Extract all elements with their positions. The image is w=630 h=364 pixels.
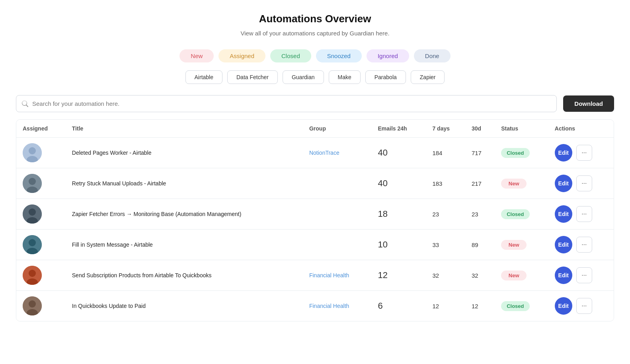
actions-cell: Edit ···: [548, 260, 614, 291]
table-row: Send Subscription Products from Airtable…: [16, 260, 614, 291]
group-link[interactable]: NotionTrace: [309, 150, 339, 156]
filter-snoozed[interactable]: Snoozed: [316, 49, 362, 62]
col-group: Group: [303, 120, 371, 138]
table-row: Fill in System Message - Airtable 10 33 …: [16, 230, 614, 260]
source-filter-row: Airtable Data Fetcher Guardian Make Para…: [16, 70, 614, 84]
svg-point-10: [29, 239, 36, 246]
page-title: Automations Overview: [16, 13, 614, 25]
status-badge: New: [501, 179, 527, 189]
edit-button[interactable]: Edit: [555, 236, 572, 253]
automation-title: Send Subscription Products from Airtable…: [72, 272, 212, 278]
emails-24h-value: 18: [378, 209, 387, 219]
avatar: [23, 266, 42, 285]
source-make[interactable]: Make: [329, 70, 361, 84]
edit-button[interactable]: Edit: [555, 297, 572, 315]
days30-cell: 32: [465, 260, 495, 291]
avatar: [23, 143, 42, 162]
status-badge: Closed: [501, 209, 529, 219]
status-badge: Closed: [501, 148, 529, 158]
svg-point-4: [29, 178, 36, 185]
col-assigned: Assigned: [16, 120, 66, 138]
assigned-cell: [16, 260, 66, 291]
page-subtitle: View all of your automations captured by…: [16, 30, 614, 37]
days30-value: 217: [472, 180, 482, 187]
edit-button[interactable]: Edit: [555, 267, 572, 284]
days30-value: 12: [472, 303, 478, 309]
emails-24h-cell: 6: [371, 291, 426, 321]
days30-value: 23: [472, 211, 478, 218]
col-actions: Actions: [548, 120, 614, 138]
source-zapier[interactable]: Zapier: [411, 70, 445, 84]
emails-24h-cell: 40: [371, 168, 426, 199]
source-guardian[interactable]: Guardian: [283, 70, 324, 84]
days7-cell: 23: [426, 199, 465, 230]
title-cell: Send Subscription Products from Airtable…: [66, 260, 303, 291]
filter-closed[interactable]: Closed: [270, 49, 311, 62]
col-30d: 30d: [465, 120, 495, 138]
days7-cell: 33: [426, 230, 465, 260]
filter-done[interactable]: Done: [414, 49, 451, 62]
assigned-cell: [16, 168, 66, 199]
edit-button[interactable]: Edit: [555, 205, 572, 223]
emails-24h-value: 10: [378, 239, 387, 249]
group-link[interactable]: Financial Health: [309, 303, 349, 309]
group-cell: [303, 199, 371, 230]
assigned-cell: [16, 138, 66, 168]
svg-point-13: [29, 270, 36, 277]
assigned-cell: [16, 199, 66, 230]
days30-cell: 23: [465, 199, 495, 230]
more-button[interactable]: ···: [576, 175, 592, 191]
emails-24h-cell: 18: [371, 199, 426, 230]
group-link[interactable]: Financial Health: [309, 272, 349, 278]
status-cell: New: [495, 168, 548, 199]
col-7days: 7 days: [426, 120, 465, 138]
more-button[interactable]: ···: [576, 237, 592, 253]
table-row: In Quickbooks Update to Paid Financial H…: [16, 291, 614, 321]
assigned-cell: [16, 230, 66, 260]
emails-24h-value: 6: [378, 301, 382, 311]
status-cell: Closed: [495, 291, 548, 321]
status-cell: Closed: [495, 138, 548, 168]
days7-value: 32: [432, 272, 439, 279]
more-button[interactable]: ···: [576, 267, 592, 283]
days7-cell: 184: [426, 138, 465, 168]
days7-value: 183: [432, 180, 442, 187]
title-cell: Zapier Fetcher Errors → Monitoring Base …: [66, 199, 303, 230]
more-button[interactable]: ···: [576, 206, 592, 222]
more-button[interactable]: ···: [576, 145, 592, 161]
avatar: [23, 235, 42, 254]
toolbar: Download: [16, 95, 614, 112]
edit-button[interactable]: Edit: [555, 144, 572, 162]
automations-table: Assigned Title Group Emails 24h 7 days 3…: [16, 119, 614, 321]
actions-cell: Edit ···: [548, 138, 614, 168]
source-data-fetcher[interactable]: Data Fetcher: [227, 70, 278, 84]
group-cell: Financial Health: [303, 291, 371, 321]
col-emails-24h: Emails 24h: [371, 120, 426, 138]
status-filter-row: New Assigned Closed Snoozed Ignored Done: [16, 49, 614, 62]
days30-value: 32: [472, 272, 478, 279]
download-button[interactable]: Download: [563, 95, 614, 112]
actions-cell: Edit ···: [548, 291, 614, 321]
edit-button[interactable]: Edit: [555, 175, 572, 192]
days7-value: 33: [432, 241, 439, 248]
actions-cell: Edit ···: [548, 230, 614, 260]
emails-24h-value: 40: [378, 178, 387, 188]
emails-24h-value: 12: [378, 270, 387, 280]
title-cell: In Quickbooks Update to Paid: [66, 291, 303, 321]
days7-cell: 32: [426, 260, 465, 291]
status-badge: Closed: [501, 301, 529, 311]
status-cell: New: [495, 260, 548, 291]
filter-ignored[interactable]: Ignored: [367, 49, 409, 62]
source-airtable[interactable]: Airtable: [185, 70, 222, 84]
days30-cell: 12: [465, 291, 495, 321]
source-parabola[interactable]: Parabola: [365, 70, 406, 84]
filter-new[interactable]: New: [179, 49, 214, 62]
days30-value: 717: [472, 150, 482, 156]
svg-point-16: [29, 300, 36, 308]
table-row: Deleted Pages Worker - Airtable NotionTr…: [16, 138, 614, 168]
filter-assigned[interactable]: Assigned: [218, 49, 265, 62]
automation-title: In Quickbooks Update to Paid: [72, 303, 146, 309]
svg-point-1: [29, 147, 36, 154]
search-input[interactable]: [16, 95, 557, 112]
more-button[interactable]: ···: [576, 298, 592, 314]
